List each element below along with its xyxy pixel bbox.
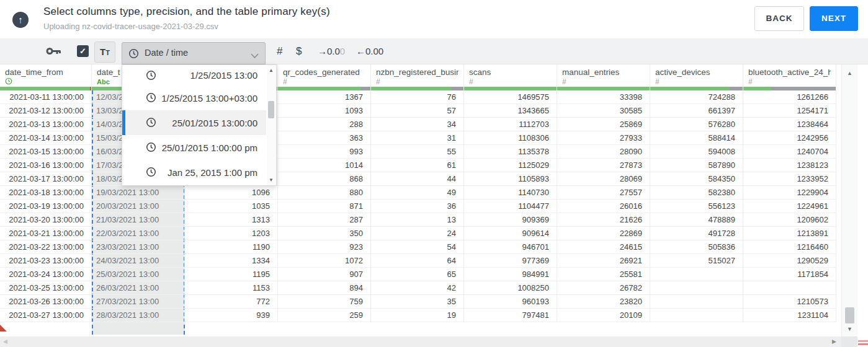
table-cell[interactable]: 1216460: [743, 240, 836, 254]
table-cell[interactable]: 907: [278, 268, 370, 281]
column-header[interactable]: qr_codes_generated#: [278, 64, 370, 87]
table-cell[interactable]: 28069: [557, 172, 650, 186]
table-cell[interactable]: 42: [371, 281, 463, 295]
table-cell[interactable]: 55: [371, 145, 463, 159]
column-header[interactable]: bluetooth_active_24_hr_#: [743, 64, 836, 87]
table-cell[interactable]: 288: [278, 118, 370, 131]
column-header[interactable]: scans#: [464, 64, 557, 87]
table-cell[interactable]: 1367: [278, 90, 370, 104]
table-cell[interactable]: 2021-03-15 13:00:00: [0, 145, 91, 159]
table-cell[interactable]: 2021-03-18 13:00:00: [0, 186, 91, 200]
dropdown-item[interactable]: Jan 25, 2015 1:00 pm: [122, 160, 266, 185]
table-cell[interactable]: 21626: [557, 213, 650, 227]
table-cell[interactable]: 871: [278, 200, 370, 213]
table-cell[interactable]: 588414: [650, 131, 743, 145]
table-cell[interactable]: 1195: [185, 268, 277, 281]
table-cell[interactable]: 797481: [464, 309, 557, 322]
table-cell[interactable]: 27933: [557, 131, 650, 145]
table-cell[interactable]: 661397: [650, 104, 743, 118]
table-cell[interactable]: 61: [371, 159, 463, 172]
table-cell[interactable]: 26/03/2021 13:00: [92, 281, 184, 295]
table-cell[interactable]: 909614: [464, 227, 557, 240]
decrease-decimal-button[interactable]: ←0.00: [356, 38, 383, 64]
table-cell[interactable]: 64: [371, 254, 463, 268]
table-cell[interactable]: 27873: [557, 159, 650, 172]
table-cell[interactable]: 1153: [185, 281, 277, 295]
table-cell[interactable]: 1112703: [464, 118, 557, 131]
integer-type-button[interactable]: #: [277, 38, 282, 64]
table-cell[interactable]: 2021-03-17 13:00:00: [0, 172, 91, 186]
table-cell[interactable]: 960193: [464, 295, 557, 309]
table-cell[interactable]: 2021-03-13 13:00:00: [0, 118, 91, 131]
table-cell[interactable]: 1210573: [743, 295, 836, 309]
table-cell[interactable]: 49: [371, 186, 463, 200]
datetime-format-select[interactable]: Date / time: [122, 42, 266, 64]
table-cell[interactable]: 24615: [557, 240, 650, 254]
table-cell[interactable]: 25581: [557, 268, 650, 281]
table-cell[interactable]: 21/03/2021 13:00: [92, 213, 184, 227]
table-cell[interactable]: 2021-03-22 13:00:00: [0, 240, 91, 254]
table-cell[interactable]: 1240704: [743, 145, 836, 159]
table-cell[interactable]: 350: [278, 227, 370, 240]
table-cell[interactable]: 23/03/2021 13:00: [92, 240, 184, 254]
column-header[interactable]: manual_entries#: [557, 64, 650, 87]
table-cell[interactable]: 587890: [650, 159, 743, 172]
table-cell[interactable]: 31: [371, 131, 463, 145]
table-cell[interactable]: 993: [278, 145, 370, 159]
table-cell[interactable]: 584350: [650, 172, 743, 186]
table-cell[interactable]: [743, 281, 836, 295]
table-cell[interactable]: 582380: [650, 186, 743, 200]
table-cell[interactable]: 1171854: [743, 268, 836, 281]
table-cell[interactable]: 1229904: [743, 186, 836, 200]
table-cell[interactable]: 2021-03-12 13:00:00: [0, 104, 91, 118]
table-cell[interactable]: 939: [185, 309, 277, 322]
table-cell[interactable]: 44: [371, 172, 463, 186]
table-cell[interactable]: 880: [278, 186, 370, 200]
table-cell[interactable]: 977369: [464, 254, 557, 268]
dropdown-scrollbar[interactable]: ▲ ▼: [267, 65, 276, 185]
table-cell[interactable]: 27/03/2021 13:00: [92, 295, 184, 309]
table-cell[interactable]: 1469575: [464, 90, 557, 104]
table-cell[interactable]: 26921: [557, 254, 650, 268]
table-cell[interactable]: 1072: [278, 254, 370, 268]
table-cell[interactable]: 2021-03-14 13:00:00: [0, 131, 91, 145]
table-cell[interactable]: 1096: [185, 186, 277, 200]
scroll-right-icon[interactable]: ▶: [832, 338, 836, 345]
table-cell[interactable]: 26016: [557, 200, 650, 213]
table-cell[interactable]: 2021-03-19 13:00:00: [0, 200, 91, 213]
boolean-type-checkbox[interactable]: ✓: [77, 45, 89, 57]
table-cell[interactable]: 30585: [557, 104, 650, 118]
vertical-scroll-thumb[interactable]: [845, 307, 854, 323]
table-cell[interactable]: 363: [278, 131, 370, 145]
table-cell[interactable]: 909369: [464, 213, 557, 227]
table-cell[interactable]: 76: [371, 90, 463, 104]
table-cell[interactable]: 22869: [557, 227, 650, 240]
table-cell[interactable]: [650, 309, 743, 322]
table-cell[interactable]: 36: [371, 200, 463, 213]
table-cell[interactable]: 1254171: [743, 104, 836, 118]
table-cell[interactable]: 28/03/2021 13:00: [92, 309, 184, 322]
table-cell[interactable]: 515027: [650, 254, 743, 268]
table-cell[interactable]: 594008: [650, 145, 743, 159]
table-cell[interactable]: 1104477: [464, 200, 557, 213]
table-cell[interactable]: 1203: [185, 227, 277, 240]
table-cell[interactable]: 1213891: [743, 227, 836, 240]
table-cell[interactable]: 923: [278, 240, 370, 254]
table-cell[interactable]: 65: [371, 268, 463, 281]
table-cell[interactable]: 57: [371, 104, 463, 118]
table-cell[interactable]: 2021-03-21 13:00:00: [0, 227, 91, 240]
table-cell[interactable]: 13: [371, 213, 463, 227]
table-cell[interactable]: 1343665: [464, 104, 557, 118]
table-cell[interactable]: 20109: [557, 309, 650, 322]
table-cell[interactable]: 20/03/2021 13:00: [92, 200, 184, 213]
table-cell[interactable]: 491728: [650, 227, 743, 240]
table-cell[interactable]: 1093: [278, 104, 370, 118]
table-cell[interactable]: 19: [371, 309, 463, 322]
table-cell[interactable]: 1313: [185, 213, 277, 227]
table-cell[interactable]: 759: [278, 295, 370, 309]
table-cell[interactable]: 25869: [557, 118, 650, 131]
table-cell[interactable]: 724288: [650, 90, 743, 104]
table-cell[interactable]: 1035: [185, 200, 277, 213]
table-cell[interactable]: 54: [371, 240, 463, 254]
table-cell[interactable]: 1238123: [743, 159, 836, 172]
